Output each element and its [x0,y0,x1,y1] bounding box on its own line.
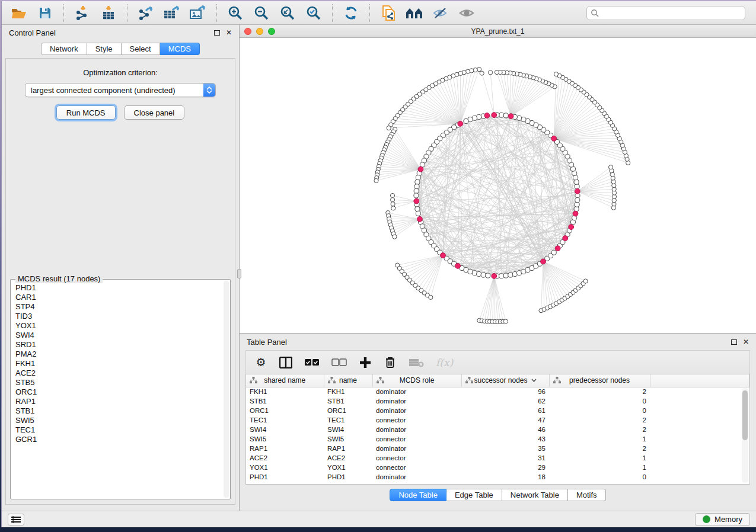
node-table[interactable]: shared namenameMCDS rolesuccessor nodesp… [245,374,750,485]
network-node[interactable] [574,180,579,184]
network-node[interactable] [575,184,579,189]
export-table-button[interactable] [161,4,183,23]
network-node[interactable] [503,113,508,118]
network-node[interactable] [575,202,579,207]
mcds-result-item[interactable]: PHD1 [13,283,223,293]
zoom-fit-button[interactable] [276,4,299,23]
cell[interactable]: TEC1 [246,415,324,425]
network-node[interactable] [574,207,579,211]
tab-mcds[interactable]: MCDS [160,43,200,55]
cell[interactable]: 62 [461,396,549,406]
column-header-MCDS-role[interactable]: MCDS role [372,374,461,387]
dominator-node[interactable] [455,264,461,269]
cell[interactable]: SWI5 [324,434,372,444]
cell[interactable]: RAP1 [324,444,372,453]
mcds-result-item[interactable]: RAP1 [13,397,223,406]
cell[interactable]: YOX1 [246,463,324,472]
dominator-node[interactable] [484,113,490,118]
mcds-result-item[interactable]: GCR1 [13,435,223,444]
cell[interactable]: 0 [549,406,650,415]
network-node[interactable] [583,279,588,283]
network-node[interactable] [387,126,391,130]
cell[interactable]: dominator [372,387,461,396]
mcds-result-item[interactable]: ORC1 [13,387,223,397]
add-column-icon[interactable] [359,355,372,370]
export-image-button[interactable] [187,4,209,23]
cell[interactable]: 61 [461,406,549,415]
gear-icon[interactable]: ⚙ [254,355,267,370]
network-node[interactable] [391,202,395,206]
cell[interactable]: STB1 [324,396,372,406]
network-node[interactable] [391,206,395,210]
cell[interactable]: FKH1 [324,387,372,396]
cell[interactable]: 46 [461,425,549,434]
cell[interactable]: dominator [372,406,461,415]
float-table-panel-icon[interactable] [731,339,737,345]
tab-network[interactable]: Network [41,43,87,55]
dominator-node[interactable] [573,211,578,216]
network-node[interactable] [489,70,493,75]
mcds-result-item[interactable]: STP4 [13,302,223,312]
table-row[interactable]: YOX1YOX1connector291 [246,463,749,472]
delete-table-icon[interactable] [409,355,424,370]
cell[interactable]: connector [372,434,461,444]
cell[interactable]: connector [372,463,461,472]
network-node[interactable] [416,175,420,180]
cell[interactable]: dominator [372,425,461,434]
cell[interactable]: ACE2 [246,453,324,463]
cell[interactable]: 0 [549,472,650,482]
network-node[interactable] [551,250,556,255]
cell[interactable]: 1 [549,463,650,472]
network-node[interactable] [415,180,420,184]
network-node[interactable] [477,272,481,277]
network-node[interactable] [508,273,513,277]
first-neighbors-button[interactable] [403,4,426,23]
mcds-result-item[interactable]: ACE2 [13,368,223,378]
cell[interactable]: 2 [549,444,650,453]
criterion-dropdown[interactable]: largest connected component (undirected) [25,83,216,97]
cell[interactable]: dominator [372,472,461,482]
table-scrollbar[interactable] [742,388,748,483]
table-row[interactable]: TEC1TEC1connector472 [246,415,749,425]
network-node[interactable] [464,118,468,123]
dominator-node[interactable] [551,136,557,141]
dominator-node[interactable] [414,198,419,204]
network-node[interactable] [554,72,558,76]
network-window-titlebar[interactable]: YPA_prune.txt_1 [240,25,756,38]
cell[interactable]: ORC1 [324,406,372,415]
select-all-icon[interactable] [304,355,320,370]
tab-edge-table[interactable]: Edge Table [446,489,502,501]
column-header-name[interactable]: name [324,374,372,387]
close-panel-icon[interactable]: ✕ [226,29,232,36]
refresh-button[interactable] [340,4,362,23]
mcds-result-list[interactable]: PHD1CAR1STP4TID3YOX1SWI4SRD1PMA2FKH1ACE2… [13,283,223,498]
mcds-list-scrollbar[interactable] [224,281,229,498]
dominator-node[interactable] [569,225,574,230]
cell[interactable]: 2 [549,387,650,396]
network-node[interactable] [499,274,504,278]
function-builder-icon[interactable]: f(x) [436,355,453,370]
cell[interactable]: 47 [461,415,549,425]
window-close-icon[interactable] [244,28,251,35]
dominator-node[interactable] [555,246,560,251]
show-panels-button[interactable] [8,514,24,525]
network-node[interactable] [414,184,419,189]
dominator-node[interactable] [458,121,463,126]
table-row[interactable]: SWI4SWI4dominator462 [246,425,749,434]
cell[interactable]: 2 [549,425,650,434]
dominator-node[interactable] [541,259,546,264]
window-minimize-icon[interactable] [256,28,263,35]
table-row[interactable]: ORC1ORC1dominator610 [246,406,749,415]
cell[interactable]: SWI5 [246,434,324,444]
network-node[interactable] [503,319,508,323]
tab-network-table[interactable]: Network Table [502,489,568,501]
network-node[interactable] [495,70,499,74]
network-node[interactable] [415,207,420,211]
mcds-result-item[interactable]: STB1 [13,406,223,416]
cell[interactable]: PHD1 [324,472,372,482]
cell[interactable]: 2 [549,415,650,425]
network-node[interactable] [390,193,394,197]
dominator-node[interactable] [575,189,580,194]
network-node[interactable] [609,165,613,169]
cell[interactable]: 29 [461,463,549,472]
